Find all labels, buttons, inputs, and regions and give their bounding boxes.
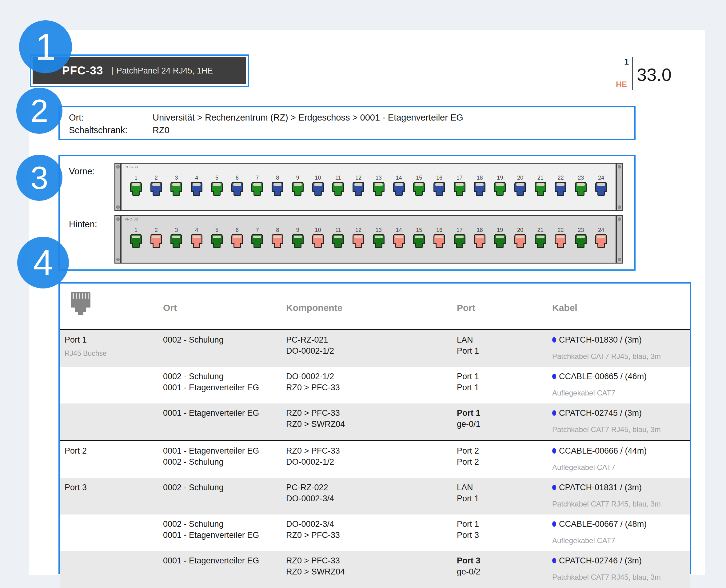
- panel-port-10[interactable]: 10: [311, 175, 325, 197]
- panel-port-15[interactable]: 15: [412, 227, 426, 249]
- panel-port-16[interactable]: 16: [432, 175, 447, 197]
- rj45-plug-icon[interactable]: [535, 234, 546, 244]
- rj45-plug-icon[interactable]: [231, 182, 243, 192]
- rj45-plug-icon[interactable]: [393, 182, 405, 192]
- rj45-plug-icon[interactable]: [555, 182, 566, 192]
- rj45-plug-icon[interactable]: [211, 182, 223, 192]
- cable-id[interactable]: CPATCH-02745 / (3m): [559, 407, 642, 419]
- panel-port-20[interactable]: 20: [513, 175, 527, 197]
- rj45-plug-icon[interactable]: [292, 182, 304, 192]
- rj45-plug-icon[interactable]: [150, 234, 162, 244]
- panel-port-24[interactable]: 24: [594, 175, 608, 197]
- panel-port-11[interactable]: 11: [331, 175, 345, 197]
- panel-port-22[interactable]: 22: [554, 175, 567, 197]
- rj45-plug-icon[interactable]: [191, 234, 202, 244]
- rj45-plug-icon[interactable]: [595, 234, 607, 244]
- rj45-plug-icon[interactable]: [494, 234, 506, 244]
- panel-port-21[interactable]: 21: [534, 175, 547, 197]
- panel-port-2[interactable]: 2: [149, 227, 163, 249]
- rj45-plug-icon[interactable]: [353, 234, 364, 244]
- rj45-plug-icon[interactable]: [170, 234, 182, 244]
- rj45-plug-icon[interactable]: [312, 182, 324, 192]
- panel-port-22[interactable]: 22: [554, 227, 567, 249]
- rj45-plug-icon[interactable]: [191, 182, 202, 192]
- panel-port-13[interactable]: 13: [372, 227, 386, 249]
- panel-port-19[interactable]: 19: [493, 227, 507, 249]
- panel-port-8[interactable]: 8: [270, 175, 285, 197]
- rj45-plug-icon[interactable]: [332, 234, 344, 244]
- rj45-plug-icon[interactable]: [130, 234, 142, 244]
- cable-id[interactable]: CPATCH-01830 / (3m): [559, 334, 642, 345]
- rj45-plug-icon[interactable]: [150, 182, 162, 192]
- panel-port-3[interactable]: 3: [169, 175, 183, 197]
- panel-port-12[interactable]: 12: [351, 175, 366, 197]
- rj45-plug-icon[interactable]: [433, 234, 445, 244]
- panel-port-12[interactable]: 12: [351, 227, 366, 249]
- panel-port-9[interactable]: 9: [291, 227, 305, 249]
- rj45-plug-icon[interactable]: [251, 234, 263, 244]
- rj45-plug-icon[interactable]: [413, 182, 425, 192]
- panel-port-21[interactable]: 21: [534, 227, 547, 249]
- panel-port-1[interactable]: 1: [129, 227, 143, 249]
- panel-port-17[interactable]: 17: [453, 227, 467, 249]
- panel-port-4[interactable]: 4: [189, 227, 204, 249]
- rj45-plug-icon[interactable]: [332, 182, 344, 192]
- rj45-plug-icon[interactable]: [575, 234, 587, 244]
- panel-port-8[interactable]: 8: [270, 227, 285, 249]
- cable-id[interactable]: CCABLE-00667 / (48m): [559, 519, 647, 529]
- panel-port-18[interactable]: 18: [473, 175, 487, 197]
- rj45-plug-icon[interactable]: [272, 182, 283, 192]
- rj45-plug-icon[interactable]: [312, 234, 324, 244]
- panel-port-1[interactable]: 1: [129, 175, 143, 197]
- panel-port-11[interactable]: 11: [331, 227, 345, 249]
- panel-port-6[interactable]: 6: [230, 175, 244, 197]
- rj45-plug-icon[interactable]: [130, 182, 142, 192]
- panel-port-6[interactable]: 6: [230, 227, 244, 249]
- panel-port-3[interactable]: 3: [169, 227, 183, 249]
- rj45-plug-icon[interactable]: [595, 182, 607, 192]
- rj45-plug-icon[interactable]: [373, 182, 385, 192]
- panel-port-13[interactable]: 13: [372, 175, 386, 197]
- rj45-plug-icon[interactable]: [474, 182, 485, 192]
- rj45-plug-icon[interactable]: [433, 182, 445, 192]
- rj45-plug-icon[interactable]: [514, 234, 526, 244]
- panel-port-7[interactable]: 7: [250, 227, 264, 249]
- cable-id[interactable]: CPATCH-01831 / (3m): [559, 482, 642, 493]
- panel-port-7[interactable]: 7: [250, 175, 264, 197]
- rj45-plug-icon[interactable]: [231, 234, 243, 244]
- panel-port-5[interactable]: 5: [210, 175, 224, 197]
- rj45-plug-icon[interactable]: [413, 234, 425, 244]
- rj45-plug-icon[interactable]: [454, 182, 465, 192]
- panel-port-10[interactable]: 10: [311, 227, 325, 249]
- panel-port-9[interactable]: 9: [291, 175, 305, 197]
- panel-port-5[interactable]: 5: [210, 227, 224, 249]
- rj45-plug-icon[interactable]: [251, 182, 263, 192]
- rj45-plug-icon[interactable]: [170, 182, 182, 192]
- rj45-plug-icon[interactable]: [353, 182, 364, 192]
- panel-port-23[interactable]: 23: [574, 227, 588, 249]
- rj45-plug-icon[interactable]: [535, 182, 546, 192]
- rj45-plug-icon[interactable]: [292, 234, 304, 244]
- panel-port-18[interactable]: 18: [473, 227, 487, 249]
- cable-id[interactable]: CCABLE-00665 / (46m): [559, 371, 647, 382]
- rj45-plug-icon[interactable]: [373, 234, 385, 244]
- panel-port-15[interactable]: 15: [412, 175, 426, 197]
- rj45-plug-icon[interactable]: [393, 234, 405, 244]
- panel-port-20[interactable]: 20: [513, 227, 527, 249]
- panel-port-14[interactable]: 14: [392, 227, 406, 249]
- rj45-plug-icon[interactable]: [555, 234, 566, 244]
- panel-port-23[interactable]: 23: [574, 175, 588, 197]
- panel-port-19[interactable]: 19: [493, 175, 507, 197]
- panel-port-24[interactable]: 24: [594, 227, 608, 249]
- rj45-plug-icon[interactable]: [211, 234, 223, 244]
- rj45-plug-icon[interactable]: [454, 234, 465, 244]
- panel-port-17[interactable]: 17: [453, 175, 467, 197]
- rj45-plug-icon[interactable]: [474, 234, 485, 244]
- panel-port-16[interactable]: 16: [432, 227, 447, 249]
- cable-id[interactable]: CCABLE-00666 / (44m): [559, 445, 647, 456]
- panel-port-4[interactable]: 4: [189, 175, 204, 197]
- panel-port-2[interactable]: 2: [149, 175, 163, 197]
- rj45-plug-icon[interactable]: [514, 182, 526, 192]
- rj45-plug-icon[interactable]: [272, 234, 283, 244]
- cable-id[interactable]: CPATCH-02746 / (3m): [559, 555, 642, 566]
